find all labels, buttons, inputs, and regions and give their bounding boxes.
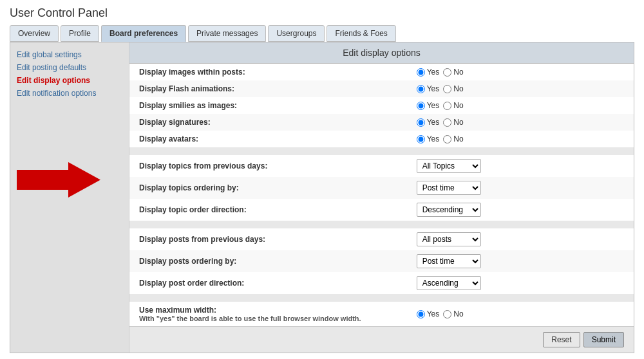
tab-overview[interactable]: Overview bbox=[10, 25, 59, 42]
display-signatures-radio-group: Yes No bbox=[417, 118, 624, 127]
separator-row-1 bbox=[129, 147, 634, 155]
page-title: User Control Panel bbox=[10, 6, 634, 20]
tab-board-preferences[interactable]: Board preferences bbox=[101, 25, 186, 42]
max-width-radio-group: Yes No bbox=[417, 309, 624, 318]
page-wrapper: User Control Panel Overview Profile Boar… bbox=[0, 0, 644, 359]
table-row: Display signatures: Yes No bbox=[129, 114, 634, 131]
topics-from-days-label: Display topics from previous days: bbox=[129, 155, 407, 177]
table-row: Display smilies as images: Yes No bbox=[129, 97, 634, 114]
display-smilies-no-label[interactable]: No bbox=[443, 101, 463, 110]
display-signatures-yes[interactable] bbox=[417, 118, 425, 127]
display-signatures-no-label[interactable]: No bbox=[443, 118, 463, 127]
topic-direction-label: Display topic order direction: bbox=[129, 199, 407, 221]
table-row: Display images within posts: Yes No bbox=[129, 64, 634, 80]
table-row: Display posts from previous days: All po… bbox=[129, 228, 634, 250]
table-row: Display avatars: Yes No bbox=[129, 131, 634, 147]
arrow-container bbox=[17, 162, 122, 199]
display-images-label: Display images within posts: bbox=[129, 64, 407, 80]
table-row: Display topics from previous days: All T… bbox=[129, 155, 634, 177]
section-title: Edit display options bbox=[129, 42, 634, 64]
max-width-label: Use maximum width: bbox=[139, 306, 216, 315]
max-width-yes-label[interactable]: Yes bbox=[417, 309, 440, 318]
display-flash-yes[interactable] bbox=[417, 85, 425, 93]
display-avatars-yes-label[interactable]: Yes bbox=[417, 134, 440, 143]
table-row: Use maximum width: With "yes" the board … bbox=[129, 302, 634, 326]
sidebar-item-display-options[interactable]: Edit display options bbox=[17, 76, 122, 85]
sidebar: Edit global settings Edit posting defaul… bbox=[10, 42, 129, 353]
display-avatars-radio-group: Yes No bbox=[417, 134, 624, 143]
display-avatars-no[interactable] bbox=[443, 135, 451, 143]
table-row: Display topics ordering by: Post time To… bbox=[129, 177, 634, 199]
max-width-label-cell: Use maximum width: With "yes" the board … bbox=[129, 302, 407, 326]
display-images-no[interactable] bbox=[443, 68, 451, 77]
max-width-yes[interactable] bbox=[417, 310, 425, 318]
display-smilies-yes-label[interactable]: Yes bbox=[417, 101, 440, 110]
display-avatars-control: Yes No bbox=[407, 131, 634, 147]
tab-profile[interactable]: Profile bbox=[61, 25, 99, 42]
tab-private-messages[interactable]: Private messages bbox=[188, 25, 266, 42]
separator-row-3 bbox=[129, 294, 634, 302]
topics-ordering-select[interactable]: Post time Topic title Author Replies bbox=[417, 181, 481, 195]
posts-from-days-select[interactable]: All posts 1 Day 7 Days 14 Days 30 Days bbox=[417, 232, 481, 246]
posts-from-days-control: All posts 1 Day 7 Days 14 Days 30 Days bbox=[407, 228, 634, 250]
svg-marker-0 bbox=[17, 162, 100, 198]
display-smilies-control: Yes No bbox=[407, 97, 634, 114]
display-signatures-label: Display signatures: bbox=[129, 114, 407, 131]
sidebar-item-posting-defaults[interactable]: Edit posting defaults bbox=[17, 63, 122, 72]
display-images-no-label[interactable]: No bbox=[443, 68, 463, 77]
display-avatars-label: Display avatars: bbox=[129, 131, 407, 147]
max-width-no-label[interactable]: No bbox=[443, 309, 463, 318]
table-row: Display posts ordering by: Post time Pos… bbox=[129, 250, 634, 272]
form-table: Display images within posts: Yes No Disp… bbox=[129, 64, 634, 326]
post-direction-select[interactable]: Ascending Descending bbox=[417, 276, 481, 290]
content-area: Edit display options Display images with… bbox=[129, 42, 634, 353]
max-width-control: Yes No bbox=[407, 302, 634, 326]
posts-ordering-select[interactable]: Post time Post title Author bbox=[417, 254, 481, 268]
topic-direction-select[interactable]: Descending Ascending bbox=[417, 203, 481, 217]
submit-button[interactable]: Submit bbox=[583, 332, 624, 347]
display-images-yes-label[interactable]: Yes bbox=[417, 68, 440, 77]
table-row: Display post order direction: Ascending … bbox=[129, 272, 634, 294]
display-signatures-no[interactable] bbox=[443, 118, 451, 127]
red-arrow-icon bbox=[17, 162, 100, 198]
main-container: Edit global settings Edit posting defaul… bbox=[10, 42, 634, 353]
display-images-control: Yes No bbox=[407, 64, 634, 80]
topics-from-days-control: All Topics 1 Day 7 Days 14 Days 30 Days bbox=[407, 155, 634, 177]
topics-ordering-control: Post time Topic title Author Replies bbox=[407, 177, 634, 199]
max-width-subtext: With "yes" the board is able to use the … bbox=[139, 315, 397, 322]
max-width-no[interactable] bbox=[443, 310, 451, 318]
topics-ordering-label: Display topics ordering by: bbox=[129, 177, 407, 199]
topics-from-days-select[interactable]: All Topics 1 Day 7 Days 14 Days 30 Days bbox=[417, 159, 481, 173]
display-avatars-no-label[interactable]: No bbox=[443, 134, 463, 143]
table-row: Display Flash animations: Yes No bbox=[129, 80, 634, 97]
display-flash-radio-group: Yes No bbox=[417, 84, 624, 93]
display-flash-yes-label[interactable]: Yes bbox=[417, 84, 440, 93]
reset-button[interactable]: Reset bbox=[543, 332, 580, 347]
post-direction-label: Display post order direction: bbox=[129, 272, 407, 294]
table-row: Display topic order direction: Descendin… bbox=[129, 199, 634, 221]
footer-row: Reset Submit bbox=[129, 326, 634, 353]
sidebar-item-notification-options[interactable]: Edit notification options bbox=[17, 89, 122, 98]
display-flash-no-label[interactable]: No bbox=[443, 84, 463, 93]
display-signatures-control: Yes No bbox=[407, 114, 634, 131]
topic-direction-control: Descending Ascending bbox=[407, 199, 634, 221]
display-images-radio-group: Yes No bbox=[417, 68, 624, 77]
posts-from-days-label: Display posts from previous days: bbox=[129, 228, 407, 250]
tabs-bar: Overview Profile Board preferences Priva… bbox=[10, 25, 634, 42]
display-flash-no[interactable] bbox=[443, 85, 451, 93]
display-smilies-radio-group: Yes No bbox=[417, 101, 624, 110]
post-direction-control: Ascending Descending bbox=[407, 272, 634, 294]
display-smilies-label: Display smilies as images: bbox=[129, 97, 407, 114]
sidebar-item-global-settings[interactable]: Edit global settings bbox=[17, 50, 122, 59]
posts-ordering-label: Display posts ordering by: bbox=[129, 250, 407, 272]
tab-friends-foes[interactable]: Friends & Foes bbox=[327, 25, 395, 42]
display-signatures-yes-label[interactable]: Yes bbox=[417, 118, 440, 127]
display-flash-label: Display Flash animations: bbox=[129, 80, 407, 97]
tab-usergroups[interactable]: Usergroups bbox=[268, 25, 325, 42]
display-images-yes[interactable] bbox=[417, 68, 425, 77]
display-smilies-no[interactable] bbox=[443, 102, 451, 110]
separator-row-2 bbox=[129, 221, 634, 228]
display-avatars-yes[interactable] bbox=[417, 135, 425, 143]
display-smilies-yes[interactable] bbox=[417, 102, 425, 110]
display-flash-control: Yes No bbox=[407, 80, 634, 97]
